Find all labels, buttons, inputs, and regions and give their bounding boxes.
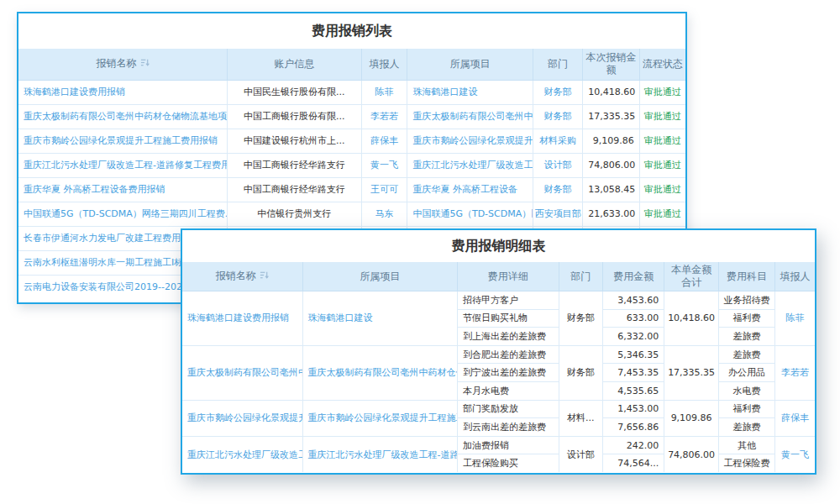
detail-col-category: 费用科目 [719, 262, 775, 291]
detail-cell-project[interactable]: 珠海鹤港口建设 [302, 291, 457, 346]
detail-cell-expense-item: 招待甲方客户 [458, 291, 559, 310]
detail-cell-dept: 财务部 [559, 345, 603, 400]
detail-cell-project[interactable]: 重庆太极制药有限公司亳州中药材仓储物流 [302, 345, 457, 400]
detail-cell-total: 74,806.00 [664, 436, 719, 472]
list-cell-project[interactable]: 重庆市鹅岭公园绿化景观提升... [407, 129, 533, 153]
list-cell-account: 中国工商银行经华路支行 [228, 177, 362, 202]
detail-cell-amount: 1,453.00 [603, 400, 664, 418]
list-cell-name[interactable]: 中国联通5G（TD-SCDMA）网络三期四川工程费... [18, 202, 228, 226]
list-table-row: 珠海鹤港口建设费用报销中国民生银行股份有限...陈菲珠海鹤港口建设财务部10,4… [18, 80, 685, 104]
detail-cell-category: 办公用品 [719, 364, 775, 382]
detail-cell-amount: 74,564... [603, 454, 664, 473]
list-cell-name[interactable]: 重庆市鹅岭公园绿化景观提升工程施工费用报销 [18, 129, 228, 153]
detail-cell-name[interactable]: 重庆太极制药有限公司亳州中药材仓储物流基地项目 [182, 345, 302, 400]
list-cell-dept[interactable]: 财务部 [533, 80, 583, 104]
detail-cell-expense-item: 到云南出差的差旅费 [458, 418, 559, 437]
list-cell-status: 审批通过 [639, 80, 685, 104]
list-cell-status: 审批通过 [639, 129, 685, 153]
detail-col-amount: 费用金额 [603, 262, 664, 291]
list-cell-account: 中国建设银行杭州市上... [228, 129, 362, 153]
detail-col-project: 所属项目 [302, 262, 457, 291]
list-table-row: 重庆江北污水处理厂级改造工程-道路修复工程费用...中国工商银行经华路支行黄一飞… [18, 153, 685, 177]
detail-cell-project[interactable]: 重庆市鹅岭公园绿化景观提升工程施工 [302, 400, 457, 436]
list-table-row: 重庆市鹅岭公园绿化景观提升工程施工费用报销中国建设银行杭州市上...薛保丰重庆市… [18, 129, 685, 153]
list-cell-project[interactable]: 中国联通5G（TD-SCDMA）网... [407, 202, 533, 226]
detail-cell-category: 福利费 [719, 309, 775, 328]
list-cell-amount: 10,418.60 [583, 80, 639, 104]
list-table-row: 重庆太极制药有限公司亳州中药材仓储物流基地项...中国工商银行股份有限...李若… [18, 104, 685, 129]
list-cell-dept[interactable]: 财务部 [533, 104, 583, 129]
detail-col-total: 本单金额合计 [664, 262, 719, 291]
list-cell-reporter[interactable]: 李若若 [361, 104, 407, 129]
list-col-dept: 部门 [533, 49, 583, 80]
list-col-status: 流程状态 [639, 49, 685, 80]
list-cell-project[interactable]: 重庆华夏 外高桥工程设备 [407, 177, 533, 202]
list-cell-project[interactable]: 重庆太极制药有限公司亳州中... [407, 104, 533, 129]
list-cell-amount: 9,109.86 [583, 129, 639, 153]
list-cell-status: 审批通过 [639, 202, 685, 226]
list-cell-dept[interactable]: 材料采购 [533, 129, 583, 153]
detail-cell-expense-item: 到宁波出差的差旅费 [458, 364, 559, 382]
list-cell-name[interactable]: 珠海鹤港口建设费用报销 [18, 80, 228, 104]
list-col-name-label: 报销名称 [97, 57, 137, 69]
list-cell-name[interactable]: 重庆华夏 外高桥工程设备费用报销 [18, 177, 228, 202]
detail-cell-category: 其他 [719, 436, 775, 454]
detail-cell-expense-item: 到上海出差的差旅费 [458, 328, 559, 346]
list-cell-amount: 21,633.00 [583, 202, 639, 226]
detail-cell-category: 差旅费 [719, 418, 775, 437]
list-cell-reporter[interactable]: 黄一飞 [361, 153, 407, 177]
list-cell-reporter[interactable]: 王可可 [361, 177, 407, 202]
detail-cell-expense-item: 到合肥出差的差旅费 [458, 345, 559, 364]
list-cell-dept[interactable]: 西安项目部 [533, 202, 583, 226]
detail-cell-amount: 3,453.60 [603, 291, 664, 310]
detail-cell-reporter[interactable]: 李若若 [775, 345, 815, 400]
detail-cell-name[interactable]: 重庆江北污水处理厂级改造工程-道路修复工程费用报销 [182, 436, 302, 472]
list-cell-dept[interactable]: 财务部 [533, 177, 583, 202]
detail-cell-project[interactable]: 重庆江北污水处理厂级改造工程-道路修复工 [302, 436, 457, 472]
detail-cell-reporter[interactable]: 陈菲 [775, 291, 815, 346]
list-col-name[interactable]: 报销名称 [18, 49, 228, 80]
list-cell-project[interactable]: 重庆江北污水处理厂级改造工... [407, 153, 533, 177]
sort-descending-icon[interactable] [140, 58, 150, 71]
list-table-title: 费用报销列表 [18, 13, 685, 49]
detail-table-title: 费用报销明细表 [182, 230, 815, 262]
detail-cell-amount: 7,656.86 [603, 418, 664, 437]
list-col-project: 所属项目 [407, 49, 533, 80]
list-cell-name[interactable]: 重庆太极制药有限公司亳州中药材仓储物流基地项... [18, 104, 228, 129]
list-cell-amount: 13,058.45 [583, 177, 639, 202]
detail-cell-amount: 633.00 [603, 309, 664, 328]
detail-cell-name[interactable]: 重庆市鹅岭公园绿化景观提升工程施工费用报销 [182, 400, 302, 436]
list-col-account: 账户信息 [228, 49, 362, 80]
list-cell-account: 中国工商银行经华路支行 [228, 153, 362, 177]
list-col-reporter: 填报人 [361, 49, 407, 80]
detail-cell-reporter[interactable]: 黄一飞 [775, 436, 815, 472]
detail-cell-expense-item: 节假日购买礼物 [458, 309, 559, 328]
list-cell-status: 审批通过 [639, 104, 685, 129]
detail-col-name[interactable]: 报销名称 [182, 262, 302, 291]
detail-cell-category: 福利费 [719, 400, 775, 418]
list-table-row: 重庆华夏 外高桥工程设备费用报销中国工商银行经华路支行王可可重庆华夏 外高桥工程… [18, 177, 685, 202]
list-header-row: 报销名称 账户信息 填报人 所属项目 部门 本次报销金额 流程状态 [18, 49, 685, 80]
list-cell-status: 审批通过 [639, 177, 685, 202]
list-cell-reporter[interactable]: 薛保丰 [361, 129, 407, 153]
list-table-row: 中国联通5G（TD-SCDMA）网络三期四川工程费...中信银行贵州支行马东中国… [18, 202, 685, 226]
detail-cell-expense-item: 工程保险购买 [458, 454, 559, 473]
detail-col-name-label: 报销名称 [216, 270, 256, 281]
list-cell-account: 中国民生银行股份有限... [228, 80, 362, 104]
detail-cell-amount: 7,453.35 [603, 364, 664, 382]
list-cell-dept[interactable]: 设计部 [533, 153, 583, 177]
detail-table-row: 重庆太极制药有限公司亳州中药材仓储物流基地项目重庆太极制药有限公司亳州中药材仓储… [182, 345, 815, 364]
sort-descending-icon[interactable] [260, 270, 269, 283]
detail-cell-amount: 4,535.65 [603, 381, 664, 400]
expense-detail-table: 报销名称 所属项目 费用详细 部门 费用金额 本单金额合计 费用科目 填报人 珠… [182, 262, 815, 472]
list-cell-reporter[interactable]: 陈菲 [361, 80, 407, 104]
list-cell-name[interactable]: 重庆江北污水处理厂级改造工程-道路修复工程费用... [18, 153, 228, 177]
expense-detail-panel: 费用报销明细表 报销名称 所属项目 费用详细 部门 费用金额 本单金额合计 费用… [181, 228, 816, 475]
detail-cell-name[interactable]: 珠海鹤港口建设费用报销 [182, 291, 302, 346]
detail-cell-expense-item: 部门奖励发放 [458, 400, 559, 418]
detail-cell-reporter[interactable]: 薛保丰 [775, 400, 815, 436]
list-cell-amount: 17,335.35 [583, 104, 639, 129]
list-cell-project[interactable]: 珠海鹤港口建设 [407, 80, 533, 104]
detail-cell-total: 17,335.35 [664, 345, 719, 400]
list-cell-reporter[interactable]: 马东 [361, 202, 407, 226]
